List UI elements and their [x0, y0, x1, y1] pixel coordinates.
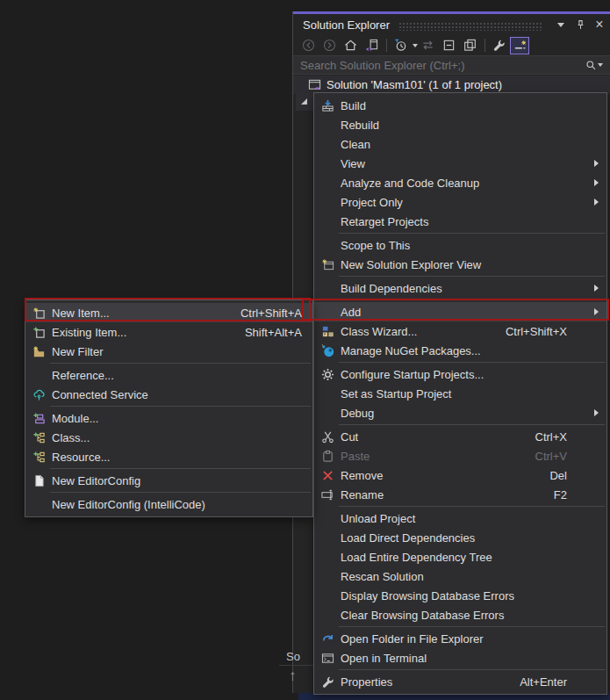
menu-item-clean[interactable]: Clean — [314, 134, 606, 154]
occluded-text-fragment: So — [286, 650, 300, 663]
menu-item-scope-to-this[interactable]: Scope to This — [314, 235, 606, 255]
menu-item-resource[interactable]: Resource... — [25, 447, 312, 466]
menu-item-cut[interactable]: CutCtrl+X — [314, 427, 606, 446]
menu-item-project-only[interactable]: Project Only — [314, 192, 606, 212]
submenu-arrow-icon — [594, 409, 599, 416]
menu-item-properties[interactable]: PropertiesAlt+Enter — [314, 672, 606, 691]
back-icon[interactable] — [298, 37, 318, 54]
menu-item-class-wizard[interactable]: FCClass Wizard...Ctrl+Shift+X — [314, 321, 606, 341]
menu-item-new-solution-explorer-view[interactable]: New Solution Explorer View — [314, 255, 606, 274]
submenu-arrow-icon — [594, 308, 599, 315]
menu-item-configure-startup-projects[interactable]: Configure Startup Projects... — [314, 364, 606, 384]
menu-item-label: Module... — [52, 412, 98, 425]
solution-tree-root[interactable]: Solution 'Masm101' (1 of 1 project) — [293, 76, 610, 94]
menu-separator — [339, 276, 605, 277]
menu-item-unload-project[interactable]: Unload Project — [314, 509, 606, 528]
menu-item-new-item[interactable]: New Item...Ctrl+Shift+A — [25, 303, 312, 322]
menu-separator — [339, 233, 605, 234]
close-icon[interactable]: × — [591, 17, 608, 32]
gear-icon — [314, 368, 341, 381]
menu-item-class[interactable]: Class... — [25, 428, 312, 447]
menu-item-open-folder-in-file-explorer[interactable]: Open Folder in File Explorer — [314, 629, 606, 648]
class-icon — [25, 431, 52, 444]
menu-item-label: New EditorConfig (IntelliCode) — [52, 498, 205, 511]
menu-item-shortcut: Alt+Enter — [520, 675, 606, 689]
menu-item-display-browsing-database-errors[interactable]: Display Browsing Database Errors — [314, 586, 606, 605]
home-icon[interactable] — [341, 37, 360, 54]
menu-item-load-direct-dependencies[interactable]: Load Direct Dependencies — [314, 528, 606, 547]
menu-item-reference[interactable]: Reference... — [25, 365, 312, 385]
menu-item-manage-nuget-packages[interactable]: Manage NuGet Packages... — [314, 341, 606, 360]
add-submenu: New Item...Ctrl+Shift+AExisting Item...S… — [25, 299, 313, 517]
menu-item-shortcut: Del — [549, 469, 606, 482]
menu-item-new-editorconfig[interactable]: New EditorConfig — [25, 471, 312, 490]
menu-item-label: Add — [341, 306, 361, 319]
menu-item-open-in-terminal[interactable]: Open in Terminal — [314, 648, 606, 668]
menu-item-remove[interactable]: RemoveDel — [314, 465, 606, 485]
menu-item-new-filter[interactable]: New Filter — [25, 342, 312, 361]
open-folder-icon — [314, 632, 341, 646]
menu-item-set-as-startup-project[interactable]: Set as Startup Project — [314, 384, 606, 403]
toolbar-separator — [484, 39, 485, 52]
switch-views-icon[interactable] — [418, 37, 437, 54]
menu-item-module[interactable]: Module... — [25, 408, 312, 428]
menu-item-label: Existing Item... — [52, 326, 126, 339]
menu-item-view[interactable]: View — [314, 154, 606, 173]
scroll-up-arrow-fragment: ↑ — [289, 668, 297, 685]
menu-item-label: New Item... — [52, 307, 110, 320]
menu-item-retarget-projects[interactable]: Retarget Projects — [314, 212, 606, 231]
menu-item-label: Load Entire Dependency Tree — [341, 551, 492, 564]
pin-icon[interactable] — [571, 17, 589, 32]
menu-item-rename[interactable]: RenameF2 — [314, 485, 606, 504]
module-icon — [25, 412, 52, 425]
new-filter-icon — [25, 345, 52, 358]
new-solution-explorer-view-icon — [314, 258, 341, 271]
rename-icon — [314, 488, 341, 502]
menu-item-label: Clear Browsing Database Errors — [341, 609, 504, 622]
menu-item-existing-item[interactable]: Existing Item...Shift+Alt+A — [25, 322, 312, 342]
background-divider-fragment — [279, 665, 313, 666]
menu-item-build-dependencies[interactable]: Build Dependencies — [314, 278, 606, 298]
existing-item-icon — [25, 326, 52, 339]
menu-item-connected-service[interactable]: Connected Service — [25, 385, 312, 404]
menu-item-rescan-solution[interactable]: Rescan Solution — [314, 566, 606, 586]
preview-selected-items-icon[interactable] — [510, 37, 529, 54]
menu-item-clear-browsing-database-errors[interactable]: Clear Browsing Database Errors — [314, 605, 606, 624]
menu-item-label: Connected Service — [52, 388, 148, 401]
search-input[interactable] — [293, 59, 585, 72]
titlebar-drag-texture — [398, 22, 543, 31]
menu-item-label: Configure Startup Projects... — [341, 368, 484, 381]
menu-separator — [339, 424, 605, 425]
show-all-files-icon[interactable] — [460, 37, 479, 54]
new-item-icon — [25, 307, 52, 320]
tree-expander-fragment[interactable] — [296, 93, 313, 111]
menu-item-label: Analyze and Code Cleanup — [341, 177, 479, 190]
menu-item-label: New EditorConfig — [52, 474, 140, 487]
menu-item-new-editorconfig-intellicode[interactable]: New EditorConfig (IntelliCode) — [25, 494, 312, 514]
menu-item-build[interactable]: Build — [314, 96, 606, 115]
menu-item-label: Display Browsing Database Errors — [341, 589, 514, 603]
menu-item-load-entire-dependency-tree[interactable]: Load Entire Dependency Tree — [314, 547, 606, 566]
menu-item-debug[interactable]: Debug — [314, 403, 606, 422]
sync-with-active-document-icon[interactable] — [362, 37, 381, 54]
nuget-icon — [314, 344, 341, 357]
menu-item-label: Clean — [341, 138, 370, 151]
terminal-icon — [314, 652, 341, 665]
menu-item-analyze-and-code-cleanup[interactable]: Analyze and Code Cleanup — [314, 173, 606, 192]
menu-separator — [50, 492, 311, 493]
menu-item-rebuild[interactable]: Rebuild — [314, 115, 606, 134]
search-icon[interactable] — [585, 60, 603, 71]
panel-titlebar[interactable]: Solution Explorer × — [293, 14, 610, 35]
menu-item-add[interactable]: Add — [314, 302, 606, 321]
menu-item-label: Cut — [341, 430, 358, 444]
pending-changes-filter-icon[interactable] — [391, 37, 410, 54]
menu-item-label: Rescan Solution — [341, 570, 424, 583]
window-position-icon[interactable] — [552, 17, 570, 32]
properties-wrench-icon[interactable] — [489, 37, 508, 54]
menu-item-label: Rebuild — [341, 119, 379, 132]
remove-icon — [314, 469, 341, 482]
collapse-all-icon[interactable] — [439, 37, 458, 54]
menu-item-shortcut: Ctrl+Shift+A — [240, 307, 312, 320]
forward-icon[interactable] — [319, 37, 339, 54]
menu-item-shortcut: F2 — [554, 488, 606, 502]
